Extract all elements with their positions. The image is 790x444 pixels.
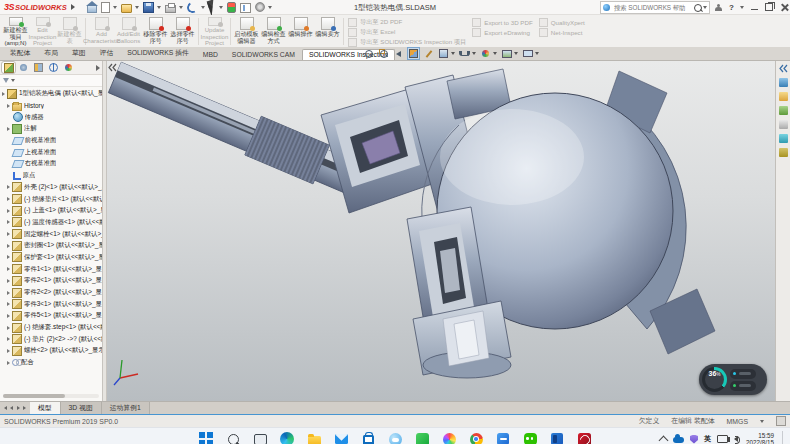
- restore-button[interactable]: [765, 3, 773, 11]
- expand-arrow-icon[interactable]: [2, 92, 5, 96]
- clock[interactable]: 15:59 2022/8/15: [746, 432, 774, 444]
- image-viewer-app-icon[interactable]: [441, 431, 457, 444]
- tree-root[interactable]: 1型铠装热电偶 (默认<默认_显示状态-1: [0, 88, 102, 100]
- expand-arrow-icon[interactable]: [7, 255, 10, 259]
- file-explorer-tab-icon[interactable]: [779, 106, 788, 115]
- tree-item-component[interactable]: 固定螺栓<1> (默认<<默认>_显示状态: [0, 228, 102, 240]
- expand-arrow-icon[interactable]: [7, 361, 10, 365]
- display-style-icon[interactable]: [438, 48, 449, 59]
- tree-item-component[interactable]: (-) 绝缘套.step<1> (默认<<默认>: [0, 322, 102, 334]
- expand-arrow-icon[interactable]: [7, 232, 10, 236]
- hide-show-caret-icon[interactable]: [472, 52, 476, 55]
- tree-item-sensors[interactable]: 传感器: [0, 111, 102, 123]
- tab-sketch[interactable]: 草图: [65, 46, 93, 61]
- units-selector[interactable]: MMGS: [727, 418, 748, 425]
- export-2d-pdf-button[interactable]: 导出至 2D PDF: [348, 18, 466, 26]
- expand-arrow-icon[interactable]: [7, 279, 10, 283]
- tab-model[interactable]: 模型: [30, 402, 61, 414]
- custom-properties-tab-icon[interactable]: [779, 148, 788, 157]
- new-inspection-sheet-button[interactable]: 新建检查表: [56, 16, 83, 47]
- pick-balloons-button[interactable]: 选择零件序号: [169, 16, 196, 47]
- tray-expand-icon[interactable]: [659, 435, 669, 444]
- new-caret-icon[interactable]: [113, 6, 117, 9]
- expand-arrow-icon[interactable]: [7, 244, 10, 248]
- expand-arrow-icon[interactable]: [7, 326, 10, 330]
- select-icon[interactable]: [206, 0, 218, 16]
- task-view-icon[interactable]: [252, 431, 268, 444]
- undo-icon[interactable]: [185, 0, 198, 13]
- scroll-right-icon[interactable]: [17, 406, 20, 410]
- feature-manager-tab[interactable]: [2, 62, 15, 73]
- ime-indicator[interactable]: 英: [704, 434, 711, 444]
- configuration-manager-tab[interactable]: [32, 62, 45, 73]
- logo-flyout-icon[interactable]: [71, 4, 75, 10]
- scrollbar-thumb[interactable]: [3, 394, 65, 398]
- chrome-browser-icon[interactable]: [468, 431, 484, 444]
- save-caret-icon[interactable]: [157, 6, 161, 9]
- previous-view-icon[interactable]: [393, 48, 404, 59]
- scene-icon[interactable]: [501, 48, 512, 59]
- expand-arrow-icon[interactable]: [7, 291, 10, 295]
- hide-show-items-icon[interactable]: [459, 48, 470, 59]
- tree-item-component[interactable]: (-) 绝缘垫片<1> (默认<<默认>_显示: [0, 193, 102, 205]
- net-inspect-button[interactable]: Net-Inspect: [539, 28, 585, 36]
- graphics-area[interactable]: 36%: [107, 61, 775, 401]
- security-shield-icon[interactable]: [690, 435, 698, 444]
- search-magnifier-icon[interactable]: [694, 4, 702, 12]
- tree-item-origin[interactable]: 原点: [0, 170, 102, 182]
- rebuild-icon[interactable]: [227, 2, 236, 13]
- view-settings-icon[interactable]: [522, 48, 533, 59]
- expand-arrow-icon[interactable]: [7, 314, 10, 318]
- widget-button-top[interactable]: [730, 369, 756, 379]
- cloud-app-icon[interactable]: [387, 431, 403, 444]
- appearances-caret-icon[interactable]: [493, 52, 497, 55]
- tree-item-component[interactable]: (-) 上盖<1> (默认<<默认>_显示状态: [0, 205, 102, 217]
- home-icon[interactable]: [87, 5, 97, 13]
- appearances-tab-icon[interactable]: [779, 134, 788, 143]
- tree-item-component[interactable]: 零件1<1> (默认<<默认>_显示状态: [0, 263, 102, 275]
- tree-item-component[interactable]: 保护套<1> (默认<<默认>_显示状态: [0, 252, 102, 264]
- open-icon[interactable]: [121, 4, 132, 13]
- display-style-caret-icon[interactable]: [451, 52, 455, 55]
- show-desktop-button[interactable]: [782, 431, 786, 444]
- scroll-left-icon[interactable]: [10, 406, 13, 410]
- new-document-icon[interactable]: [101, 2, 110, 13]
- search-caret-icon[interactable]: [703, 6, 707, 9]
- export-3d-pdf-button[interactable]: Export to 3D PDF: [472, 18, 533, 26]
- tab-layout[interactable]: 布局: [37, 46, 65, 61]
- solidworks-taskbar-icon[interactable]: [576, 431, 592, 444]
- green-app-icon[interactable]: [414, 431, 430, 444]
- close-button[interactable]: [780, 3, 788, 11]
- edge-browser-icon[interactable]: [279, 431, 295, 444]
- launch-template-editor-button[interactable]: 启动模板编辑器: [233, 16, 260, 47]
- expand-arrow-icon[interactable]: [7, 220, 10, 224]
- status-pane-icon[interactable]: [776, 416, 786, 426]
- edit-vendors-button[interactable]: 编辑卖方: [314, 16, 341, 47]
- scene-caret-icon[interactable]: [514, 52, 518, 55]
- expand-arrow-icon[interactable]: [7, 185, 10, 189]
- remove-balloons-button[interactable]: 移除零件序号: [142, 16, 169, 47]
- tab-3d-views[interactable]: 3D 视图: [61, 402, 102, 414]
- tree-item-component[interactable]: 零件2<2> (默认<<默认>_显示状态: [0, 287, 102, 299]
- tree-item-component[interactable]: (-) 温度传感器<1> (默认<<默认>_显: [0, 217, 102, 229]
- property-manager-tab[interactable]: [17, 62, 30, 73]
- panel-flyout-icon[interactable]: [96, 65, 100, 71]
- tree-item-component[interactable]: 螺栓<2> (默认<<默认>_显示状态: [0, 345, 102, 357]
- tree-item-component[interactable]: 零件3<1> (默认<<默认>_显示状态: [0, 298, 102, 310]
- edit-inspection-methods-button[interactable]: 编辑检查方式: [260, 16, 287, 47]
- mail-icon[interactable]: [333, 431, 349, 444]
- onedrive-icon[interactable]: [673, 437, 684, 443]
- magnified-selection-icon[interactable]: [423, 48, 434, 59]
- windows-start-icon[interactable]: [198, 431, 214, 444]
- print-caret-icon[interactable]: [179, 6, 183, 9]
- expand-arrow-icon[interactable]: [7, 337, 10, 341]
- save-icon[interactable]: [143, 2, 154, 13]
- expand-arrow-icon[interactable]: [7, 197, 10, 201]
- edit-inspection-project-button[interactable]: Edit Inspection Project: [29, 16, 56, 47]
- zoom-fit-icon[interactable]: [363, 48, 374, 59]
- tree-item-component[interactable]: 零件2<1> (默认<<默认>_显示状态: [0, 275, 102, 287]
- tree-item-component[interactable]: 外壳 (2)<1> (默认<<默认>_显示状态: [0, 182, 102, 194]
- resources-tab-icon[interactable]: [779, 78, 788, 87]
- microsoft-store-icon[interactable]: [360, 431, 376, 444]
- select-caret-icon[interactable]: [219, 6, 223, 9]
